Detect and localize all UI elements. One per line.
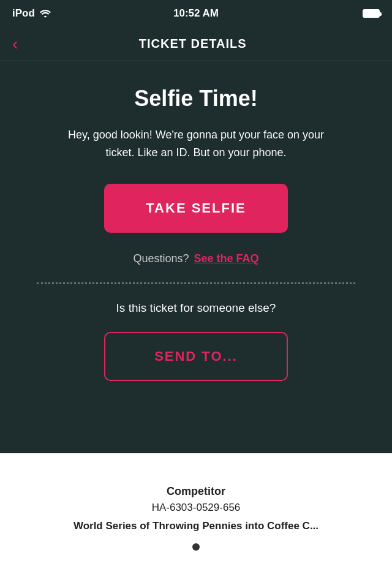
- take-selfie-button[interactable]: TAKE SELFIE: [104, 184, 288, 233]
- ticket-event: World Series of Throwing Pennies into Co…: [74, 520, 318, 532]
- battery-icon: [363, 9, 380, 18]
- main-content: Selfie Time! Hey, good lookin! We're gon…: [0, 61, 392, 399]
- status-bar: iPod 10:52 AM: [0, 0, 392, 27]
- selfie-title: Selfie Time!: [134, 86, 257, 111]
- ticket-type: Competitor: [167, 485, 225, 498]
- bottom-section: Competitor HA-6303-0529-656 World Series…: [0, 453, 392, 588]
- back-button[interactable]: ‹: [12, 32, 24, 56]
- status-left: iPod: [12, 7, 51, 20]
- questions-label: Questions?: [133, 252, 189, 265]
- status-right: [363, 9, 380, 18]
- device-label: iPod: [12, 7, 35, 20]
- ticket-code: HA-6303-0529-656: [152, 502, 241, 514]
- faq-link[interactable]: See the FAQ: [194, 252, 259, 265]
- nav-bar: ‹ TICKET DETAILS: [0, 27, 392, 61]
- wifi-icon: [40, 9, 51, 18]
- selfie-description: Hey, good lookin! We're gonna put your f…: [55, 126, 337, 162]
- page-indicator-dot: [192, 543, 200, 551]
- section-divider: [37, 282, 355, 284]
- send-to-button[interactable]: SEND TO...: [104, 332, 288, 381]
- someone-else-label: Is this ticket for someone else?: [116, 301, 276, 315]
- page-title: TICKET DETAILS: [24, 37, 361, 51]
- faq-row: Questions? See the FAQ: [133, 252, 258, 265]
- status-time: 10:52 AM: [173, 7, 219, 20]
